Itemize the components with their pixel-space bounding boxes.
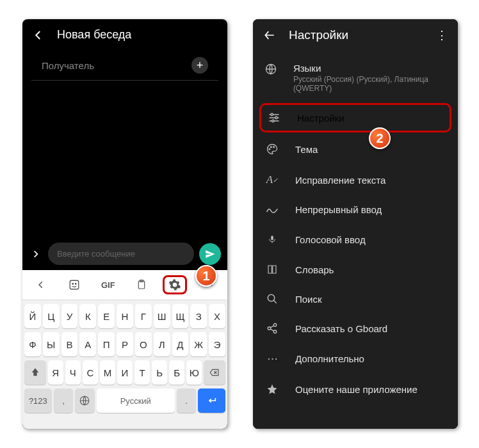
key-З[interactable]: З [190, 304, 207, 328]
setting-text-correction[interactable]: A✓ Исправление текста [253, 164, 458, 195]
toolbar-collapse-icon[interactable] [25, 274, 57, 296]
svg-point-14 [268, 294, 275, 301]
key-Х[interactable]: Х [209, 304, 225, 328]
gif-button[interactable]: GIF [92, 274, 124, 296]
gesture-icon [264, 205, 280, 215]
svg-point-12 [273, 147, 275, 148]
key-Ч[interactable]: Ч [65, 360, 81, 385]
key-Л[interactable]: Л [154, 332, 170, 356]
period-key[interactable]: . [177, 388, 197, 413]
symbols-key[interactable]: ?123 [24, 388, 52, 413]
svg-rect-13 [271, 236, 273, 240]
setting-voice-typing[interactable]: Голосовой ввод [253, 224, 458, 255]
keyboard: GIF ⋯ ЙЦУКЕНГШЩЗХ ФЫВАПРОЛДЖЭ ЯЧСМИТЬБЮ … [22, 270, 227, 429]
setting-label: Настройки [297, 113, 345, 124]
setting-theme[interactable]: Тема [253, 134, 458, 164]
svg-point-2 [76, 284, 77, 285]
back-arrow-icon[interactable] [33, 29, 44, 41]
annotation-badge-2: 2 [369, 127, 391, 149]
key-Ш[interactable]: Ш [154, 304, 170, 328]
key-Я[interactable]: Я [48, 360, 63, 385]
setting-label: Непрерывный ввод [295, 204, 382, 215]
setting-dictionary[interactable]: Словарь [253, 255, 458, 284]
language-key[interactable] [75, 388, 95, 413]
clipboard-icon[interactable] [126, 274, 158, 296]
settings-list: Языки Русский (Россия) (Русский), Латини… [253, 51, 458, 429]
key-Ц[interactable]: Ц [43, 304, 60, 328]
key-В[interactable]: В [61, 332, 78, 356]
key-Й[interactable]: Й [24, 304, 41, 328]
key-Ж[interactable]: Ж [190, 332, 207, 356]
key-Э[interactable]: Э [209, 332, 225, 356]
add-recipient-button[interactable]: + [191, 57, 208, 74]
more-menu-icon[interactable]: ⋮ [436, 28, 448, 42]
key-Ф[interactable]: Ф [24, 332, 41, 356]
sticker-icon[interactable] [58, 274, 90, 296]
key-К[interactable]: К [79, 304, 96, 328]
search-icon [264, 293, 280, 305]
setting-label: Поиск [295, 294, 322, 305]
svg-point-16 [268, 327, 271, 330]
svg-point-10 [269, 148, 270, 150]
setting-advanced[interactable]: ⋯ Дополнительно [253, 343, 458, 374]
star-icon [264, 383, 280, 395]
setting-preferences-highlighted[interactable]: Настройки [259, 103, 451, 132]
setting-label: Оцените наше приложение [295, 384, 418, 395]
back-arrow-icon[interactable] [263, 29, 276, 42]
svg-point-17 [273, 330, 277, 333]
key-Т[interactable]: Т [134, 360, 150, 385]
svg-point-7 [271, 113, 273, 115]
setting-label: Исправление текста [295, 175, 386, 186]
setting-label: Словарь [295, 264, 334, 275]
expand-icon[interactable] [29, 247, 43, 261]
settings-title: Настройки [289, 28, 436, 42]
setting-label: Тема [295, 144, 318, 155]
key-Ю[interactable]: Ю [186, 360, 202, 385]
sliders-icon [266, 111, 282, 124]
key-Б[interactable]: Б [169, 360, 184, 385]
key-Е[interactable]: Е [98, 304, 115, 328]
svg-point-8 [275, 116, 277, 118]
shift-key[interactable] [24, 360, 46, 385]
header: Новая беседа [22, 19, 227, 51]
svg-point-15 [273, 324, 277, 327]
svg-point-1 [72, 284, 74, 285]
settings-gear-button[interactable] [159, 274, 191, 296]
message-input[interactable]: Введите сообщение [48, 243, 194, 265]
svg-point-9 [272, 120, 274, 122]
book-icon [264, 264, 280, 275]
setting-search[interactable]: Поиск [253, 284, 458, 314]
key-П[interactable]: П [98, 332, 115, 356]
key-Ь[interactable]: Ь [152, 360, 167, 385]
setting-share[interactable]: Рассказать о Gboard [253, 314, 458, 343]
setting-rate[interactable]: Оцените наше приложение [253, 374, 458, 404]
settings-header: Настройки ⋮ [253, 19, 458, 51]
setting-label: Языки [293, 63, 446, 74]
key-Ы[interactable]: Ы [43, 332, 60, 356]
key-А[interactable]: А [79, 332, 96, 356]
recipient-field[interactable]: Получатель + [31, 51, 218, 81]
key-М[interactable]: М [100, 360, 115, 385]
key-Г[interactable]: Г [135, 304, 152, 328]
key-О[interactable]: О [135, 332, 152, 356]
key-Н[interactable]: Н [117, 304, 133, 328]
setting-glide-typing[interactable]: Непрерывный ввод [253, 195, 458, 224]
key-Щ[interactable]: Щ [172, 304, 189, 328]
enter-key[interactable] [198, 388, 225, 413]
key-Р[interactable]: Р [117, 332, 133, 356]
comma-key[interactable]: , [54, 388, 74, 413]
setting-languages[interactable]: Языки Русский (Россия) (Русский), Латини… [253, 56, 458, 102]
key-И[interactable]: И [117, 360, 133, 385]
svg-rect-0 [70, 280, 79, 289]
space-key[interactable]: Русский [97, 388, 175, 413]
phone-settings: Настройки ⋮ Языки Русский (Россия) (Русс… [253, 19, 458, 429]
setting-label: Дополнительно [295, 353, 364, 364]
conversation-area [22, 81, 227, 237]
key-Д[interactable]: Д [172, 332, 189, 356]
key-С[interactable]: С [83, 360, 98, 385]
setting-label: Рассказать о Gboard [295, 323, 387, 334]
send-button[interactable] [199, 243, 221, 265]
backspace-key[interactable] [204, 360, 225, 385]
phone-messaging: Новая беседа Получатель + Введите сообще… [22, 19, 227, 429]
key-У[interactable]: У [61, 304, 78, 328]
